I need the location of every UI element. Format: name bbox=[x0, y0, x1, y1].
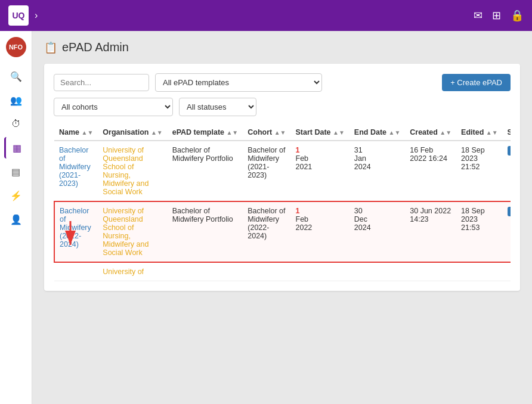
row2-end-date: 30 Dec 2024 bbox=[349, 201, 405, 262]
row1-edited: 18 Sep 2023 21:52 bbox=[456, 141, 502, 201]
row1-start-date-month: Feb bbox=[296, 154, 309, 163]
col-header-end-date[interactable]: End Date ▲▼ bbox=[349, 125, 405, 141]
row2-start-date-year: 2022 bbox=[296, 223, 313, 232]
table-row-highlighted: Bachelor of Midwifery (2022-2024) Univer… bbox=[54, 201, 511, 262]
sidebar-item-activity[interactable]: ⏱ bbox=[4, 113, 28, 135]
page-title: ePAD Admin bbox=[62, 41, 129, 54]
sort-start-icon: ▲▼ bbox=[333, 129, 345, 136]
row1-start-date: 1 Feb 2021 bbox=[291, 141, 349, 201]
sidebar-item-table[interactable]: ▦ bbox=[4, 137, 28, 159]
col-header-edited[interactable]: Edited ▲▼ bbox=[456, 125, 502, 141]
table-icon: ▦ bbox=[13, 142, 21, 154]
col-header-status: Sta bbox=[503, 125, 511, 141]
row3-name bbox=[54, 262, 98, 281]
lock-icon[interactable]: 🔒 bbox=[511, 9, 524, 22]
epad-admin-icon: 📋 bbox=[44, 41, 57, 54]
row3-status bbox=[503, 262, 511, 281]
row1-cohort-text: Bachelor of Midwifery (2021-2023) bbox=[248, 146, 285, 179]
users-icon: 👥 bbox=[10, 95, 22, 106]
table-container: Name ▲▼ Organisation ▲▼ ePAD template ▲▼… bbox=[54, 125, 511, 281]
red-arrow-svg bbox=[58, 221, 88, 257]
activity-icon: ⏱ bbox=[11, 119, 21, 129]
row1-end-date-month: Jan bbox=[354, 154, 366, 163]
envelope-icon[interactable]: ✉ bbox=[474, 9, 482, 22]
row1-end-date: 31 Jan 2024 bbox=[349, 141, 405, 201]
row2-status-badge: L bbox=[508, 207, 511, 216]
row3-created bbox=[405, 262, 456, 281]
row2-status: L bbox=[503, 201, 511, 262]
row1-org-link[interactable]: University of Queensland School of Nursi… bbox=[103, 146, 149, 196]
row1-name-link[interactable]: Bachelor of Midwifery (2021-2023) bbox=[59, 146, 91, 188]
row2-organisation: University of Queensland School of Nursi… bbox=[98, 201, 167, 262]
row2-edited: 18 Sep 2023 21:53 bbox=[456, 201, 502, 262]
template-select[interactable]: All ePAD templates Bachelor Midwifery Po… bbox=[155, 73, 322, 92]
user-avatar[interactable]: NFO bbox=[6, 37, 26, 57]
main-content: 📋 ePAD Admin All ePAD templates Bachelor… bbox=[32, 31, 532, 404]
search-icon: 🔍 bbox=[10, 71, 22, 82]
filter-row-1: All ePAD templates Bachelor Midwifery Po… bbox=[54, 73, 511, 92]
search-input[interactable] bbox=[54, 74, 149, 91]
row3-edited bbox=[456, 262, 502, 281]
cohort-select[interactable]: All cohorts bbox=[54, 98, 173, 116]
row1-start-date-num: 1 bbox=[296, 146, 300, 154]
sort-org-icon: ▲▼ bbox=[151, 129, 163, 136]
sort-name-icon: ▲▼ bbox=[82, 129, 94, 136]
create-epad-button[interactable]: + Create ePAD bbox=[442, 74, 511, 91]
status-select[interactable]: All statuses Live Draft bbox=[179, 98, 256, 116]
row1-status-badge: L bbox=[508, 146, 511, 156]
table-body: Bachelor of Midwifery (2021-2023) Univer… bbox=[54, 141, 511, 281]
table-row: Bachelor of Midwifery (2021-2023) Univer… bbox=[54, 141, 511, 201]
col-header-organisation[interactable]: Organisation ▲▼ bbox=[98, 125, 167, 141]
table-row-partial: University of bbox=[54, 262, 511, 281]
row1-template-text: Bachelor of Midwifery Portfolio bbox=[172, 146, 233, 163]
row2-end-date-month: Dec bbox=[354, 215, 367, 223]
sidebar-item-person[interactable]: 👤 bbox=[4, 209, 28, 230]
row1-created: 16 Feb 2022 16:24 bbox=[405, 141, 456, 201]
table2-icon: ▤ bbox=[11, 166, 20, 178]
sort-cohort-icon: ▲▼ bbox=[274, 129, 286, 136]
row2-end-date-year: 2024 bbox=[354, 223, 371, 232]
col-header-cohort[interactable]: Cohort ▲▼ bbox=[243, 125, 290, 141]
col-header-created[interactable]: Created ▲▼ bbox=[405, 125, 456, 141]
epad-table: Name ▲▼ Organisation ▲▼ ePAD template ▲▼… bbox=[54, 125, 511, 281]
row2-start-date-num: 1 bbox=[296, 207, 300, 215]
row3-cohort bbox=[243, 262, 290, 281]
sidebar-item-search[interactable]: 🔍 bbox=[4, 66, 28, 87]
grid-icon[interactable]: ⊞ bbox=[492, 9, 501, 22]
sidebar-item-table2[interactable]: ▤ bbox=[4, 161, 28, 182]
sort-edited-icon: ▲▼ bbox=[486, 129, 498, 136]
col-header-name[interactable]: Name ▲▼ bbox=[54, 125, 98, 141]
filter-icon: ⚡ bbox=[10, 190, 22, 201]
top-bar-left: UQ › bbox=[8, 5, 38, 26]
row3-template bbox=[168, 262, 243, 281]
row1-start-date-year: 2021 bbox=[296, 163, 313, 171]
main-layout: NFO 🔍 👥 ⏱ ▦ ▤ ⚡ 👤 📋 ePAD Admin bbox=[0, 31, 532, 404]
row3-end bbox=[349, 262, 405, 281]
sort-end-icon: ▲▼ bbox=[388, 129, 400, 136]
nav-chevron-icon[interactable]: › bbox=[35, 10, 38, 21]
row2-end-date-num: 30 bbox=[354, 207, 363, 215]
row3-org-link[interactable]: University of bbox=[103, 268, 144, 276]
app-logo[interactable]: UQ bbox=[8, 5, 29, 26]
top-bar: UQ › ✉ ⊞ 🔒 bbox=[0, 0, 532, 31]
row1-cohort: Bachelor of Midwifery (2021-2023) bbox=[243, 141, 290, 201]
row1-template: Bachelor of Midwifery Portfolio bbox=[168, 141, 243, 201]
row2-cohort-text: Bachelor of Midwifery (2022-2024) bbox=[248, 207, 285, 240]
logo-text: UQ bbox=[13, 11, 25, 20]
sort-created-icon: ▲▼ bbox=[440, 129, 451, 136]
sort-template-icon: ▲▼ bbox=[226, 129, 238, 136]
page-title-bar: 📋 ePAD Admin bbox=[44, 41, 520, 54]
col-header-template[interactable]: ePAD template ▲▼ bbox=[168, 125, 243, 141]
row2-org-link[interactable]: University of Queensland School of Nursi… bbox=[103, 207, 149, 257]
col-header-start-date[interactable]: Start Date ▲▼ bbox=[291, 125, 349, 141]
row2-template: Bachelor of Midwifery Portfolio bbox=[168, 201, 243, 262]
sidebar-item-filter[interactable]: ⚡ bbox=[4, 185, 28, 206]
row2-created: 30 Jun 2022 14:23 bbox=[405, 201, 456, 262]
row1-status: L bbox=[503, 141, 511, 201]
sidebar-item-users[interactable]: 👥 bbox=[4, 89, 28, 111]
header-row: Name ▲▼ Organisation ▲▼ ePAD template ▲▼… bbox=[54, 125, 511, 141]
create-epad-label: + Create ePAD bbox=[450, 78, 502, 87]
row2-start-date: 1 Feb 2022 bbox=[291, 201, 349, 262]
row1-end-date-year: 2024 bbox=[354, 163, 371, 171]
table-header: Name ▲▼ Organisation ▲▼ ePAD template ▲▼… bbox=[54, 125, 511, 141]
